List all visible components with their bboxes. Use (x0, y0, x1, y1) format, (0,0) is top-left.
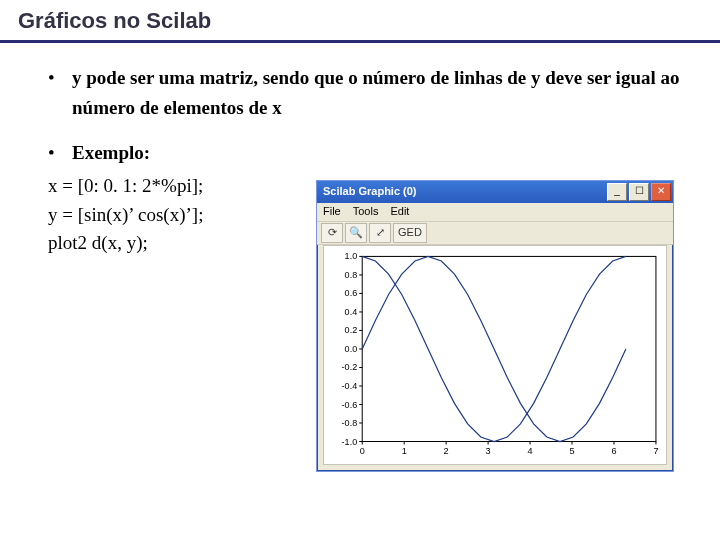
svg-text:7: 7 (653, 445, 658, 455)
window-menubar: File Tools Edit (317, 203, 673, 222)
svg-text:-0.8: -0.8 (342, 418, 358, 428)
plot-area: 01234567-1.0-0.8-0.6-0.4-0.20.00.20.40.6… (323, 245, 667, 465)
close-button[interactable]: ✕ (651, 183, 671, 201)
svg-text:0: 0 (360, 445, 365, 455)
ged-button[interactable]: GED (393, 223, 427, 243)
scilab-graphic-window: Scilab Graphic (0) _ ☐ ✕ File Tools Edit… (316, 180, 674, 472)
window-title: Scilab Graphic (0) (323, 183, 417, 201)
slide-content: y pode ser uma matriz, sendo que o númer… (0, 57, 720, 258)
svg-text:4: 4 (528, 445, 533, 455)
window-toolbar: ⟳ 🔍 ⤢ GED (317, 222, 673, 245)
svg-text:6: 6 (611, 445, 616, 455)
bullet-text: y pode ser uma matriz, sendo que o númer… (72, 67, 680, 118)
svg-text:5: 5 (569, 445, 574, 455)
svg-text:0.2: 0.2 (345, 325, 358, 335)
rotate-icon[interactable]: ⟳ (321, 223, 343, 243)
svg-text:-1.0: -1.0 (342, 436, 358, 446)
slide-title: Gráficos no Scilab (0, 0, 720, 40)
menu-file[interactable]: File (323, 203, 341, 221)
menu-edit[interactable]: Edit (390, 203, 409, 221)
svg-text:-0.4: -0.4 (342, 381, 358, 391)
svg-text:0.6: 0.6 (345, 288, 358, 298)
svg-text:1.0: 1.0 (345, 251, 358, 261)
slide: Gráficos no Scilab y pode ser uma matriz… (0, 0, 720, 540)
maximize-button[interactable]: ☐ (629, 183, 649, 201)
example-section: Exemplo: x = [0: 0. 1: 2*%pi]; y = [sin(… (48, 138, 692, 258)
window-buttons: _ ☐ ✕ (607, 183, 671, 201)
svg-text:2: 2 (444, 445, 449, 455)
svg-text:3: 3 (486, 445, 491, 455)
zoom-region-icon[interactable]: ⤢ (369, 223, 391, 243)
chart-svg: 01234567-1.0-0.8-0.6-0.4-0.20.00.20.40.6… (324, 246, 666, 464)
svg-text:1: 1 (402, 445, 407, 455)
svg-rect-0 (362, 256, 656, 441)
menu-tools[interactable]: Tools (353, 203, 379, 221)
zoom-icon[interactable]: 🔍 (345, 223, 367, 243)
svg-text:0.8: 0.8 (345, 270, 358, 280)
minimize-button[interactable]: _ (607, 183, 627, 201)
window-titlebar[interactable]: Scilab Graphic (0) _ ☐ ✕ (317, 181, 673, 203)
title-underline (0, 40, 720, 43)
svg-text:-0.6: -0.6 (342, 399, 358, 409)
svg-text:0.4: 0.4 (345, 307, 358, 317)
bullet-matrix-note: y pode ser uma matriz, sendo que o númer… (48, 63, 692, 124)
svg-text:0.0: 0.0 (345, 344, 358, 354)
svg-text:-0.2: -0.2 (342, 362, 358, 372)
example-label: Exemplo: (72, 142, 150, 163)
bullet-example: Exemplo: (48, 138, 692, 168)
